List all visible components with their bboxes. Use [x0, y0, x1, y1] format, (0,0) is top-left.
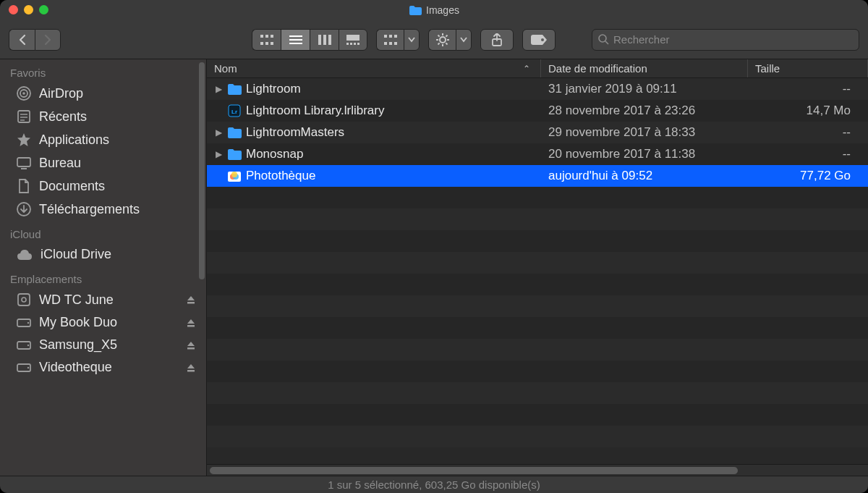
disclosure-triangle[interactable]: ▶: [214, 84, 223, 94]
sidebar-item-applications[interactable]: Applications: [0, 128, 206, 151]
svg-point-53: [27, 344, 29, 345]
titlebar: Images: [0, 0, 868, 20]
drive-icon: [16, 339, 32, 352]
applications-icon: [16, 132, 32, 148]
drive-icon: [16, 316, 32, 329]
sidebar-item-icloud-drive[interactable]: iCloud Drive: [0, 243, 206, 266]
file-row: [207, 426, 868, 447]
list-view-button[interactable]: [281, 29, 310, 51]
file-row: [207, 382, 868, 404]
file-name: LightroomMasters: [246, 125, 344, 140]
close-window-button[interactable]: [9, 5, 18, 14]
column-size[interactable]: Taille: [748, 59, 868, 77]
sidebar-item-location[interactable]: My Book Duo: [0, 311, 206, 334]
eject-icon[interactable]: [186, 295, 196, 305]
cell-name: Photothèque: [207, 169, 541, 183]
scrollbar-thumb[interactable]: [210, 467, 738, 474]
svg-rect-2: [271, 35, 273, 38]
forward-button[interactable]: [35, 29, 61, 51]
disclosure-triangle[interactable]: ▶: [214, 127, 223, 138]
file-row[interactable]: LrLightroom Library.lrlibrary28 novembre…: [207, 100, 868, 122]
svg-rect-14: [350, 43, 352, 45]
svg-rect-54: [187, 347, 195, 350]
chevron-down-icon: [456, 29, 472, 51]
sidebar-section-icloud: iCloud: [0, 221, 206, 243]
svg-point-33: [541, 38, 544, 41]
svg-point-23: [440, 37, 446, 43]
svg-point-50: [27, 321, 29, 323]
status-text: 1 sur 5 sélectionné, 603,25 Go disponibl…: [328, 479, 540, 491]
file-name: Lightroom Library.lrlibrary: [246, 104, 384, 118]
svg-rect-51: [187, 325, 195, 327]
eject-icon[interactable]: [186, 363, 196, 373]
sidebar-item-recents[interactable]: Récents: [0, 105, 206, 128]
cell-date: 29 novembre 2017 à 18:33: [541, 125, 748, 140]
share-button[interactable]: [480, 29, 514, 51]
window-body: Favoris AirDrop Récents Applications Bur…: [0, 59, 868, 476]
cell-size: 14,7 Mo: [748, 104, 868, 118]
minimize-window-button[interactable]: [24, 5, 33, 14]
lightroom-library-icon: Lr: [227, 104, 242, 118]
documents-icon: [16, 178, 32, 194]
sidebar-item-desktop[interactable]: Bureau: [0, 151, 206, 174]
airdrop-icon: [16, 85, 32, 101]
column-name-label: Nom: [214, 62, 237, 75]
horizontal-scrollbar[interactable]: [207, 464, 868, 476]
search-input[interactable]: [613, 33, 853, 46]
sidebar-item-airdrop[interactable]: AirDrop: [0, 82, 206, 105]
sidebar: Favoris AirDrop Récents Applications Bur…: [0, 59, 207, 476]
file-name: Lightroom: [246, 82, 301, 96]
column-name[interactable]: Nom ⌃: [207, 59, 541, 77]
eject-icon[interactable]: [186, 318, 196, 328]
column-view-button[interactable]: [310, 29, 339, 51]
svg-rect-1: [265, 35, 268, 38]
svg-rect-11: [328, 35, 331, 45]
icon-view-button[interactable]: [252, 29, 281, 51]
column-headers: Nom ⌃ Date de modification Taille: [207, 59, 868, 78]
svg-rect-3: [260, 42, 263, 45]
sidebar-item-label: Applications: [39, 132, 109, 148]
cell-name: ▶LightroomMasters: [207, 125, 541, 140]
disclosure-triangle[interactable]: ▶: [214, 149, 223, 159]
file-rows: ▶Lightroom31 janvier 2019 à 09:11--LrLig…: [207, 78, 868, 464]
file-row: [207, 208, 868, 230]
zoom-window-button[interactable]: [39, 5, 48, 14]
cell-size: --: [748, 125, 868, 140]
svg-rect-9: [318, 35, 321, 45]
sidebar-item-downloads[interactable]: Téléchargements: [0, 198, 206, 221]
file-row[interactable]: ▶Monosnap20 novembre 2017 à 11:38--: [207, 143, 868, 165]
search-icon: [598, 34, 609, 45]
svg-rect-48: [187, 302, 195, 304]
sidebar-item-location[interactable]: WD TC June: [0, 288, 206, 311]
sidebar-item-location[interactable]: Samsung_X5: [0, 334, 206, 356]
svg-rect-13: [346, 43, 349, 45]
folder-icon: [409, 5, 422, 15]
sidebar-item-label: Videotheque: [39, 360, 112, 375]
svg-rect-5: [271, 42, 273, 45]
file-row: [207, 274, 868, 295]
cell-size: --: [748, 82, 868, 96]
file-row[interactable]: ▶LightroomMasters29 novembre 2017 à 18:3…: [207, 122, 868, 143]
desktop-icon: [16, 155, 32, 171]
action-menu-button[interactable]: [428, 29, 472, 51]
file-row[interactable]: ▶Lightroom31 janvier 2019 à 09:11--: [207, 78, 868, 100]
sidebar-item-location[interactable]: Videotheque: [0, 356, 206, 379]
column-date[interactable]: Date de modification: [541, 59, 748, 77]
file-row[interactable]: Photothèqueaujourd'hui à 09:5277,72 Go: [207, 165, 868, 187]
eject-icon[interactable]: [186, 340, 196, 350]
svg-rect-10: [323, 35, 326, 45]
search-field[interactable]: [592, 29, 859, 51]
finder-window: Images: [0, 0, 868, 493]
svg-rect-0: [260, 35, 263, 38]
window-controls: [9, 5, 48, 14]
sidebar-item-documents[interactable]: Documents: [0, 174, 206, 198]
cell-date: aujourd'hui à 09:52: [541, 169, 748, 183]
cell-date: 20 novembre 2017 à 11:38: [541, 147, 748, 161]
svg-rect-46: [18, 294, 30, 306]
gallery-view-button[interactable]: [339, 29, 367, 51]
group-by-button[interactable]: [376, 29, 420, 51]
file-name: Photothèque: [246, 169, 315, 183]
window-title: Images: [409, 4, 459, 16]
tags-button[interactable]: [522, 29, 556, 51]
back-button[interactable]: [9, 29, 35, 51]
